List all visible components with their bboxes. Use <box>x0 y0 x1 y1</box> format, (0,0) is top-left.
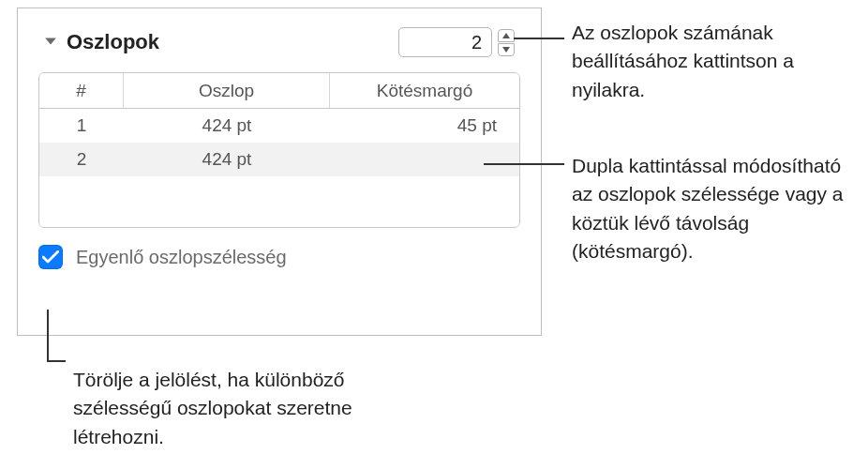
equal-width-checkbox[interactable] <box>38 245 63 269</box>
equal-width-row: Egyenlő oszlopszélesség <box>18 228 541 269</box>
callout-stepper: Az oszlopok számának beállításához katti… <box>572 19 862 104</box>
equal-width-label: Egyenlő oszlopszélesség <box>76 247 287 268</box>
stepper-up-button[interactable] <box>498 29 515 42</box>
table-empty-space <box>39 176 519 227</box>
cell-width[interactable]: 424 pt <box>124 115 330 136</box>
column-count-stepper <box>398 27 515 57</box>
callout-leader-line <box>514 38 564 39</box>
columns-panel: Oszlopok # Oszlop Kötésmargó 1 424 pt 45… <box>17 8 542 336</box>
table-row: 1 424 pt 45 pt <box>39 109 519 143</box>
stepper-down-button[interactable] <box>498 43 515 56</box>
column-count-input[interactable] <box>398 27 492 57</box>
cell-gutter[interactable]: 45 pt <box>330 115 519 136</box>
table-header-row: # Oszlop Kötésmargó <box>39 73 519 109</box>
header-gutter: Kötésmargó <box>330 73 519 108</box>
disclosure-triangle-icon[interactable] <box>44 35 59 50</box>
cell-index: 1 <box>39 115 124 136</box>
panel-header: Oszlopok <box>18 8 541 72</box>
table-row: 2 424 pt <box>39 143 519 176</box>
section-title: Oszlopok <box>67 30 398 54</box>
cell-width[interactable]: 424 pt <box>124 149 330 170</box>
callout-leader-line <box>484 163 564 165</box>
columns-table: # Oszlop Kötésmargó 1 424 pt 45 pt 2 424… <box>38 72 520 228</box>
callout-checkbox: Törölje a jelölést, ha különböző széless… <box>73 366 429 451</box>
callout-leader-line <box>47 360 66 362</box>
cell-index: 2 <box>39 149 124 170</box>
callout-gutter: Dupla kattintással módosítható az oszlop… <box>572 152 862 266</box>
callout-leader-line <box>47 310 49 360</box>
header-column: Oszlop <box>124 73 330 108</box>
header-index: # <box>39 73 124 108</box>
stepper-buttons <box>498 27 515 57</box>
